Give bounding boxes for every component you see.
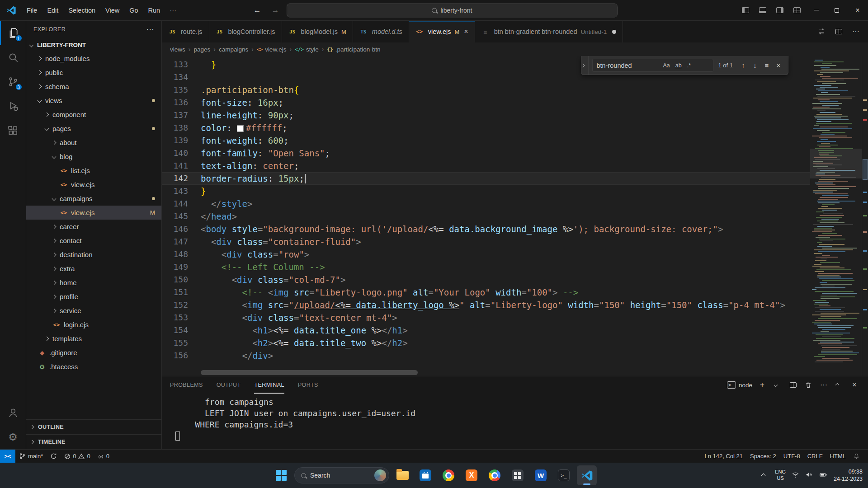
- terminal-dropdown-icon[interactable]: [772, 380, 783, 390]
- browser-icon[interactable]: [485, 465, 505, 485]
- line-number[interactable]: 148: [162, 248, 201, 261]
- customize-layout-button[interactable]: [788, 0, 806, 20]
- explorer-more-actions[interactable]: ···: [146, 25, 154, 33]
- code-line-136[interactable]: 136font-size: 16px;: [162, 96, 810, 109]
- start-button[interactable]: [271, 465, 291, 485]
- cursor-position[interactable]: Ln 142, Col 21: [701, 450, 746, 463]
- accounts-icon[interactable]: [0, 400, 26, 425]
- toggle-secondary-sidebar-button[interactable]: [771, 0, 788, 20]
- line-number[interactable]: 143: [162, 185, 201, 197]
- battery-icon[interactable]: [819, 471, 828, 480]
- tab-route-js[interactable]: JSroute.js: [162, 21, 209, 42]
- whole-word-toggle[interactable]: ab: [673, 61, 684, 70]
- panel-tab-problems[interactable]: PROBLEMS: [170, 376, 203, 394]
- code-line-144[interactable]: 144 </style>: [162, 197, 810, 210]
- menu-view[interactable]: View: [100, 4, 124, 17]
- tree-item-node-modules[interactable]: node_modules: [26, 52, 161, 66]
- line-number[interactable]: 155: [162, 337, 201, 349]
- tree-item-profile[interactable]: profile: [26, 290, 161, 304]
- code-line-135[interactable]: 135.participation-btn{: [162, 84, 810, 96]
- maximize-panel-icon[interactable]: [834, 380, 844, 390]
- tree-root-liberty-front[interactable]: LIBERTY-FRONT: [26, 38, 161, 52]
- toggle-replace-button[interactable]: [581, 56, 589, 75]
- command-center-search[interactable]: liberty-front: [287, 3, 618, 17]
- line-number[interactable]: 138: [162, 122, 201, 134]
- code-line-147[interactable]: 147 <div class="container-fluid">: [162, 235, 810, 248]
- panel-more-actions-icon[interactable]: ···: [818, 380, 829, 390]
- line-number[interactable]: 136: [162, 96, 201, 109]
- tab-model-d-ts[interactable]: TSmodel.d.ts: [353, 21, 409, 42]
- code-line-140[interactable]: 140font-family: "Open Sans";: [162, 147, 810, 160]
- find-next-button[interactable]: ↓: [749, 60, 761, 71]
- outline-section[interactable]: OUTLINE: [26, 419, 161, 434]
- ports-status[interactable]: 0: [94, 450, 113, 463]
- code-line-153[interactable]: 153 <div class="text-center mt-4">: [162, 311, 810, 324]
- line-number[interactable]: 153: [162, 311, 201, 324]
- git-branch-status[interactable]: main*: [15, 450, 47, 463]
- line-number[interactable]: 154: [162, 324, 201, 337]
- tree-item-home[interactable]: home: [26, 276, 161, 290]
- breadcrumb-views[interactable]: views: [170, 46, 185, 53]
- panel-tab-terminal[interactable]: TERMINAL: [254, 376, 284, 394]
- open-changes-icon[interactable]: [814, 24, 829, 39]
- file-explorer-icon[interactable]: [392, 465, 412, 485]
- line-number[interactable]: 141: [162, 160, 201, 172]
- code-line-156[interactable]: 156 </div>: [162, 349, 810, 362]
- line-number[interactable]: 156: [162, 349, 201, 362]
- tree-item-gitignore[interactable]: ◆.gitignore: [26, 346, 161, 360]
- tree-item-templates[interactable]: templates: [26, 332, 161, 346]
- horizontal-scrollbar[interactable]: [201, 370, 418, 375]
- split-editor-icon[interactable]: [831, 24, 846, 39]
- extensions-view-icon[interactable]: [0, 118, 26, 143]
- tray-chevron-up-icon[interactable]: [761, 473, 766, 478]
- line-number[interactable]: 146: [162, 223, 201, 235]
- word-icon[interactable]: W: [531, 465, 551, 485]
- taskbar-search[interactable]: Search: [294, 467, 389, 483]
- find-close-button[interactable]: ×: [773, 60, 784, 71]
- tab-btn-btn-gradient-btn-rounded[interactable]: ≡btn btn-gradient btn-roundedUntitled-1: [475, 21, 623, 42]
- close-tab-icon[interactable]: ×: [464, 28, 468, 36]
- line-number[interactable]: 139: [162, 134, 201, 147]
- breadcrumb-participation-btn[interactable]: {}.participation-btn: [327, 46, 380, 53]
- tree-item-public[interactable]: public: [26, 66, 161, 80]
- notifications-bell-icon[interactable]: [849, 450, 863, 463]
- line-number[interactable]: 147: [162, 235, 201, 248]
- code-line-146[interactable]: 146<body style="background-image: url('/…: [162, 223, 810, 235]
- taskbar-clock[interactable]: 09:3824-12-2023: [834, 468, 863, 483]
- minimap-slider[interactable]: [810, 149, 862, 178]
- encoding-status[interactable]: UTF-8: [780, 450, 804, 463]
- line-number[interactable]: 134: [162, 71, 201, 84]
- timeline-section[interactable]: TIMELINE: [26, 434, 161, 449]
- close-panel-icon[interactable]: ×: [849, 380, 860, 390]
- line-number[interactable]: 149: [162, 261, 201, 273]
- line-number[interactable]: 142: [162, 172, 201, 185]
- remote-indicator[interactable]: ><: [0, 450, 15, 463]
- tree-item-component[interactable]: component: [26, 108, 161, 122]
- code-line-151[interactable]: 151 <!-- <img src="Liberty-logo.png" alt…: [162, 286, 810, 299]
- maximize-button[interactable]: [826, 0, 847, 20]
- problems-status[interactable]: 0 0: [61, 450, 94, 463]
- minimize-button[interactable]: [806, 0, 826, 20]
- minimap[interactable]: [810, 56, 862, 376]
- line-number[interactable]: 133: [162, 58, 201, 71]
- tree-item-schema[interactable]: schema: [26, 80, 161, 94]
- navigate-forward-button[interactable]: →: [269, 6, 282, 15]
- tree-item-destination[interactable]: destination: [26, 248, 161, 262]
- explorer-view-icon[interactable]: 1: [0, 21, 26, 45]
- close-button[interactable]: ×: [847, 0, 868, 20]
- tree-item-view-ejs[interactable]: <>view.ejs: [26, 178, 161, 192]
- new-terminal-button[interactable]: +: [757, 380, 768, 390]
- code-line-150[interactable]: 150 <div class="col-md-7">: [162, 273, 810, 286]
- code-line-145[interactable]: 145</head>: [162, 210, 810, 223]
- language-indicator[interactable]: ENGUS: [775, 469, 786, 482]
- line-number[interactable]: 137: [162, 109, 201, 122]
- tree-item-service[interactable]: service: [26, 304, 161, 318]
- code-line-152[interactable]: 152 <img src="/upload/<%= data.liberty_l…: [162, 299, 810, 311]
- menu-edit[interactable]: Edit: [42, 4, 63, 17]
- find-in-selection-button[interactable]: ≡: [761, 60, 773, 71]
- code-line-155[interactable]: 155 <h2><%= data.title_two %></h2>: [162, 337, 810, 349]
- line-number[interactable]: 151: [162, 286, 201, 299]
- split-terminal-icon[interactable]: [788, 380, 798, 390]
- code-line-149[interactable]: 149 <!-- Left Column -->: [162, 261, 810, 273]
- volume-icon[interactable]: [805, 471, 813, 480]
